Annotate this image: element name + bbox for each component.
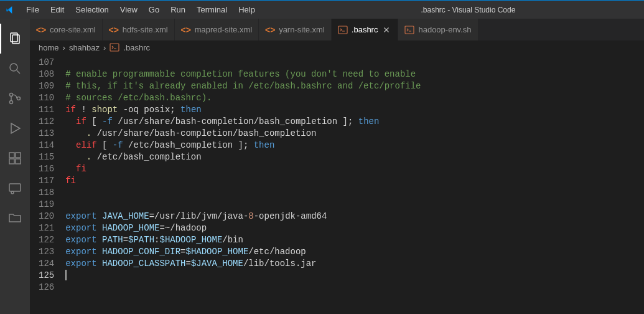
run-debug-icon[interactable] bbox=[0, 113, 30, 143]
line-number: 126 bbox=[39, 282, 54, 293]
shell-file-icon bbox=[338, 25, 348, 35]
search-icon[interactable] bbox=[0, 54, 30, 83]
code-line[interactable]: export HADOOP_HOME=~/hadoop bbox=[65, 222, 644, 234]
shell-file-icon bbox=[404, 25, 414, 35]
tabbar: <>core-site.xml<>hdfs-site.xml<>mapred-s… bbox=[30, 19, 644, 40]
menu-edit[interactable]: Edit bbox=[45, 2, 69, 17]
code-line[interactable]: export HADOOP_CONF_DIR=$HADOOP_HOME/etc/… bbox=[65, 246, 644, 258]
code-line[interactable]: elif [ -f /etc/bash_completion ]; then bbox=[65, 140, 644, 151]
line-number: 121 bbox=[39, 222, 54, 234]
svg-rect-11 bbox=[16, 153, 21, 158]
code-line[interactable]: . /etc/bash_completion bbox=[65, 151, 644, 163]
tab-label: core-site.xml bbox=[50, 25, 96, 34]
close-icon[interactable] bbox=[381, 25, 391, 35]
code-line[interactable]: if ! shopt -oq posix; then bbox=[65, 104, 644, 116]
tab-core-site-xml[interactable]: <>core-site.xml bbox=[30, 19, 103, 40]
code-line[interactable] bbox=[65, 57, 644, 69]
menu-run[interactable]: Run bbox=[166, 2, 190, 17]
folder-icon[interactable] bbox=[0, 203, 30, 233]
line-number: 109 bbox=[39, 80, 54, 92]
code-line[interactable]: fi bbox=[65, 175, 644, 187]
code-line[interactable]: export HADOOP_CLASSPATH=$JAVA_HOME/lib/t… bbox=[65, 258, 644, 270]
svg-rect-8 bbox=[9, 153, 14, 158]
remote-icon[interactable] bbox=[0, 173, 30, 203]
code-line[interactable]: export JAVA_HOME=/usr/lib/jvm/java-8-ope… bbox=[65, 211, 644, 222]
svg-point-13 bbox=[11, 191, 14, 194]
tab--bashrc[interactable]: .bashrc bbox=[332, 19, 399, 40]
line-number: 116 bbox=[39, 163, 54, 175]
code-line[interactable]: export PATH=$PATH:$HADOOP_HOME/bin bbox=[65, 234, 644, 246]
code-line[interactable]: # sources /etc/bash.bashrc). bbox=[65, 92, 644, 104]
breadcrumb-item[interactable]: home bbox=[39, 43, 59, 52]
xml-file-icon: <> bbox=[36, 25, 46, 35]
tab-hadoop-env-sh[interactable]: hadoop-env.sh bbox=[398, 19, 478, 40]
line-number: 122 bbox=[39, 234, 54, 246]
line-number: 123 bbox=[39, 246, 54, 258]
activitybar bbox=[0, 19, 30, 314]
code-line[interactable]: if [ -f /usr/share/bash-completion/bash_… bbox=[65, 116, 644, 128]
svg-rect-10 bbox=[16, 159, 21, 164]
line-number: 110 bbox=[39, 92, 54, 104]
xml-file-icon: <> bbox=[181, 25, 191, 35]
tab-mapred-site-xml[interactable]: <>mapred-site.xml bbox=[175, 19, 259, 40]
code-line[interactable]: # this, if it's already enabled in /etc/… bbox=[65, 80, 644, 92]
menu-terminal[interactable]: Terminal bbox=[192, 2, 232, 17]
tab-label: hadoop-env.sh bbox=[418, 25, 471, 34]
chevron-right-icon: › bbox=[103, 43, 106, 52]
code-line[interactable]: . /usr/share/bash-completion/bash_comple… bbox=[65, 128, 644, 140]
code-line[interactable] bbox=[65, 270, 644, 282]
code-line[interactable]: # enable programmable completion feature… bbox=[65, 69, 644, 80]
chevron-right-icon: › bbox=[63, 43, 65, 52]
xml-file-icon: <> bbox=[265, 25, 275, 35]
tab-hdfs-site-xml[interactable]: <>hdfs-site.xml bbox=[103, 19, 175, 40]
svg-line-3 bbox=[17, 70, 20, 74]
svg-point-6 bbox=[17, 97, 21, 100]
svg-rect-18 bbox=[110, 44, 119, 51]
svg-rect-12 bbox=[9, 184, 21, 191]
svg-marker-7 bbox=[11, 123, 20, 133]
xml-file-icon: <> bbox=[109, 25, 119, 35]
editor[interactable]: 1071081091101111121131141151161171181191… bbox=[30, 54, 644, 314]
menu-help[interactable]: Help bbox=[233, 2, 260, 17]
tab-label: hdfs-site.xml bbox=[123, 25, 168, 34]
tab-label: yarn-site.xml bbox=[279, 25, 325, 34]
breadcrumb-item[interactable]: .bashrc bbox=[123, 43, 150, 52]
line-number: 118 bbox=[39, 187, 54, 199]
line-number: 125 bbox=[39, 270, 54, 282]
menu-go[interactable]: Go bbox=[144, 2, 164, 17]
svg-rect-14 bbox=[338, 26, 347, 34]
line-number: 119 bbox=[39, 199, 54, 211]
shell-file-icon bbox=[110, 42, 119, 52]
svg-point-2 bbox=[10, 64, 17, 71]
menu-view[interactable]: View bbox=[115, 2, 142, 17]
line-gutter: 1071081091101111121131141151161171181191… bbox=[30, 57, 65, 314]
breadcrumbs[interactable]: home›shahbaz›.bashrc bbox=[30, 40, 644, 54]
line-number: 107 bbox=[39, 57, 54, 69]
svg-rect-1 bbox=[12, 35, 19, 44]
code-line[interactable]: fi bbox=[65, 163, 644, 175]
window-title: .bashrc - Visual Studio Code bbox=[297, 6, 639, 14]
line-number: 113 bbox=[39, 128, 54, 140]
breadcrumb-item[interactable]: shahbaz bbox=[69, 43, 100, 52]
line-number: 124 bbox=[39, 258, 54, 270]
line-number: 114 bbox=[39, 140, 54, 151]
line-number: 111 bbox=[39, 104, 54, 116]
extensions-icon[interactable] bbox=[0, 143, 30, 173]
code-line[interactable] bbox=[65, 187, 644, 199]
menu-selection[interactable]: Selection bbox=[70, 2, 113, 17]
explorer-icon[interactable] bbox=[0, 24, 30, 54]
menu-file[interactable]: File bbox=[21, 2, 44, 17]
tab-yarn-site-xml[interactable]: <>yarn-site.xml bbox=[259, 19, 332, 40]
menubar: FileEditSelectionViewGoRunTerminalHelp bbox=[21, 2, 260, 17]
code-content[interactable]: # enable programmable completion feature… bbox=[65, 57, 644, 314]
code-line[interactable] bbox=[65, 282, 644, 293]
tab-label: mapred-site.xml bbox=[195, 25, 252, 34]
vscode-logo-icon bbox=[5, 5, 15, 15]
svg-rect-17 bbox=[405, 26, 414, 34]
source-control-icon[interactable] bbox=[0, 83, 30, 113]
svg-point-4 bbox=[10, 93, 13, 97]
svg-rect-9 bbox=[9, 159, 14, 164]
cursor bbox=[65, 270, 67, 280]
code-line[interactable] bbox=[65, 199, 644, 211]
svg-point-5 bbox=[10, 101, 13, 104]
